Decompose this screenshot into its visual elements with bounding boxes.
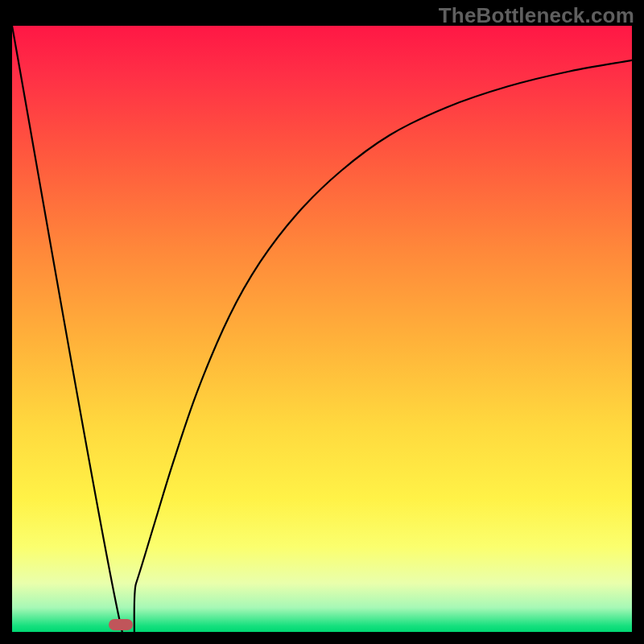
plot-area bbox=[12, 26, 632, 632]
minimum-marker bbox=[109, 619, 133, 630]
curve-layer bbox=[12, 26, 632, 632]
watermark-text: TheBottleneck.com bbox=[439, 3, 634, 28]
chart-frame: TheBottleneck.com bbox=[0, 0, 644, 644]
curve-path bbox=[12, 26, 632, 632]
